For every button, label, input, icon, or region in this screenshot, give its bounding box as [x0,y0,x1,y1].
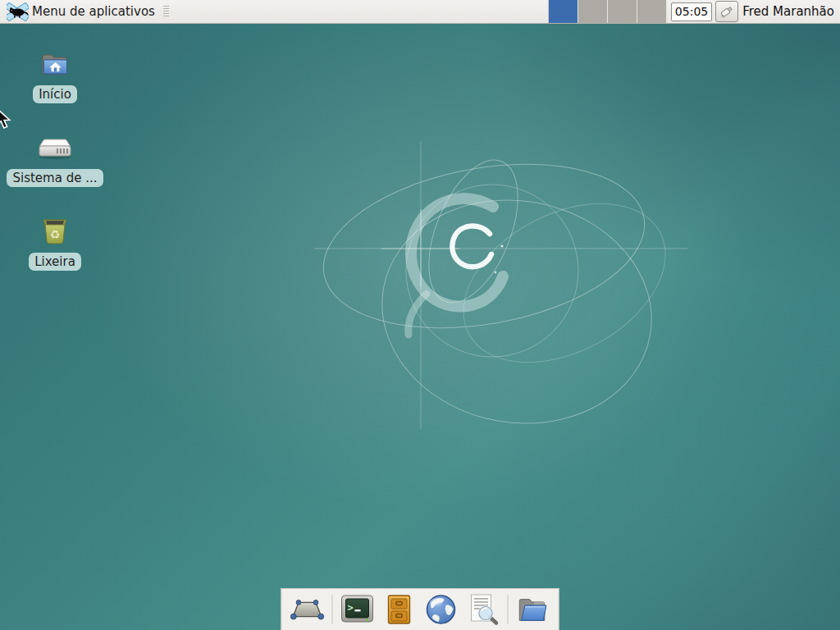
desktop-icon-label: Início [33,85,77,103]
dock-terminal-button[interactable]: > [340,592,375,627]
show-desktop-icon [290,597,325,622]
dock-file-manager-button[interactable] [516,592,550,627]
dock-show-desktop-button[interactable] [290,592,325,627]
workspace-switcher [548,0,667,23]
desktop-icon-label: Sistema de ... [7,169,103,187]
removable-media-button[interactable] [715,1,738,22]
desktop-icon-label: Lixeira [29,253,81,271]
clock[interactable]: 05:05 [671,2,712,21]
folder-icon [516,595,550,624]
desktop-icon-filesystem[interactable]: Sistema de ... [2,130,108,187]
top-panel: Menu de aplicativos 05:05 Fred Maranhão [0,0,840,24]
usb-drive-icon [719,4,735,19]
applications-menu-button[interactable]: Menu de aplicativos [3,0,172,23]
hard-drive-icon [36,130,74,165]
desktop-background[interactable]: Início Sistema de ... [0,24,840,630]
desktop-icon-trash[interactable]: ♻ Lixeira [2,214,108,271]
svg-text:♻: ♻ [50,228,61,241]
applications-menu-label: Menu de aplicativos [32,4,155,19]
document-search-icon [466,593,500,626]
workspace-2[interactable] [578,0,608,23]
dock-web-browser-button[interactable] [424,592,459,627]
globe-icon [425,593,458,626]
file-cabinet-icon [384,593,415,626]
xfce-mouse-logo-icon [7,2,29,22]
dock-file-cabinet-button[interactable] [382,592,417,627]
dock-separator [332,595,333,624]
mouse-cursor [0,107,16,130]
workspace-4[interactable] [637,0,667,23]
bottom-dock: > [281,588,559,630]
debian-swirl [409,199,504,335]
desktop-icon-home[interactable]: Início [2,47,108,103]
svg-text:>: > [348,602,354,614]
panel-grip-handle[interactable] [163,6,169,17]
trash-icon: ♻ [39,214,71,249]
workspace-3[interactable] [608,0,637,23]
dock-application-finder-button[interactable] [466,592,500,627]
dock-separator [508,595,509,624]
debian-lines-wallpaper-art [0,24,840,630]
logged-in-user[interactable]: Fred Maranhão [742,4,834,19]
terminal-icon: > [340,594,375,625]
workspace-1[interactable] [549,0,578,23]
home-folder-icon [39,47,71,81]
